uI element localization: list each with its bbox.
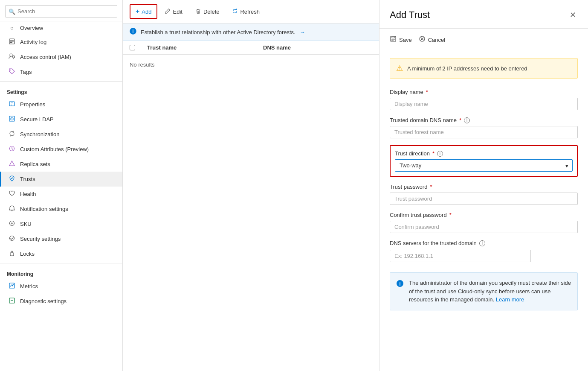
search-icon: 🔍 (9, 8, 15, 15)
info-banner-link[interactable]: → (300, 29, 305, 35)
locks-icon (8, 250, 16, 258)
sidebar-item-secure-ldap[interactable]: Secure LDAP (0, 112, 122, 127)
sidebar-item-label: Overview (20, 25, 43, 31)
close-button[interactable]: ✕ (568, 9, 578, 21)
sidebar-item-notification-settings[interactable]: Notification settings (0, 202, 122, 216)
sidebar-item-metrics[interactable]: Metrics (0, 279, 122, 294)
sidebar-item-label: SKU (20, 221, 32, 227)
panel-title: Add Trust (390, 9, 430, 20)
sidebar-item-label: Health (20, 191, 36, 197)
save-label: Save (399, 37, 412, 43)
display-name-required: * (426, 89, 428, 95)
refresh-label: Refresh (240, 9, 260, 15)
settings-divider (0, 81, 122, 82)
sidebar-item-replica-sets[interactable]: Replica sets (0, 157, 122, 172)
svg-text:i: i (399, 281, 400, 286)
sidebar-item-label: Security settings (20, 236, 61, 242)
sidebar-item-overview[interactable]: ○ Overview (0, 21, 122, 35)
refresh-button[interactable]: Refresh (226, 5, 265, 18)
sidebar-item-diagnostic-settings[interactable]: Diagnostic settings (0, 294, 122, 309)
diagnostic-settings-icon (8, 297, 16, 305)
sidebar-item-health[interactable]: Health (0, 187, 122, 202)
col-trust-header: Trust name (147, 44, 256, 51)
no-results-text: No results (123, 55, 379, 75)
sidebar-item-label: Locks (20, 251, 35, 257)
display-name-input[interactable] (390, 98, 578, 110)
sidebar-item-synchronization[interactable]: Synchronization (0, 127, 122, 142)
add-button[interactable]: + Add (130, 4, 157, 19)
table-header: Trust name DNS name (123, 41, 379, 55)
trust-password-input[interactable] (390, 193, 578, 205)
monitoring-divider (0, 263, 122, 263)
svg-marker-14 (9, 161, 14, 166)
trusted-dns-input[interactable] (390, 126, 578, 138)
sidebar: 🔍 ○ Overview Activity log Access control… (0, 0, 123, 371)
cancel-button[interactable]: Cancel (419, 34, 445, 46)
trust-password-label: Trust password * (390, 184, 578, 190)
sidebar-item-label: Trusts (20, 176, 35, 182)
trust-direction-select[interactable]: Two-wayOne-way: incomingOne-way: outgoin… (395, 159, 573, 172)
svg-point-6 (10, 70, 11, 70)
select-all-checkbox[interactable] (130, 45, 135, 50)
toolbar: + Add Edit Delete Refresh (123, 0, 379, 23)
panel-toolbar: Save Cancel (379, 29, 588, 51)
sidebar-item-activity-log[interactable]: Activity log (0, 35, 122, 50)
edit-button[interactable]: Edit (159, 5, 188, 18)
dns-servers-input[interactable] (390, 250, 531, 262)
secure-ldap-icon (8, 115, 16, 123)
health-icon (8, 190, 16, 198)
add-label: Add (142, 9, 151, 15)
info-banner-icon: i (130, 28, 136, 36)
svg-point-5 (13, 56, 15, 58)
replica-sets-icon (8, 160, 16, 168)
main-content: + Add Edit Delete Refresh i Establish a … (123, 0, 379, 371)
trust-direction-group: Trust direction * i Two-wayOne-way: inco… (390, 145, 578, 177)
sidebar-item-label: Secure LDAP (20, 116, 54, 123)
right-panel: Add Trust ✕ Save Cancel ⚠ A minimum of 2… (379, 0, 588, 371)
dns-servers-label: DNS servers for the trusted domain i (390, 240, 578, 246)
delete-button[interactable]: Delete (190, 5, 225, 18)
learn-more-link[interactable]: Learn more (496, 296, 524, 303)
info-banner: i Establish a trust relationship with ot… (123, 23, 379, 41)
delete-icon (195, 8, 201, 15)
panel-header: Add Trust ✕ (379, 0, 588, 29)
svg-point-16 (10, 236, 14, 241)
tags-icon (8, 68, 16, 76)
search-container: 🔍 (0, 0, 122, 21)
dns-servers-info-icon: i (479, 240, 485, 246)
access-control-icon (8, 53, 16, 61)
metrics-icon (8, 282, 16, 290)
trust-password-group: Trust password * (390, 184, 578, 205)
trust-direction-label: Trust direction * i (395, 150, 573, 157)
info-box-icon: i (396, 279, 404, 291)
delete-label: Delete (203, 9, 220, 15)
add-icon: + (136, 8, 139, 15)
security-settings-icon (8, 235, 16, 243)
monitoring-section-label: Monitoring (0, 265, 122, 279)
sidebar-item-custom-attributes[interactable]: Custom Attributes (Preview) (0, 142, 122, 157)
cancel-label: Cancel (428, 37, 445, 43)
sidebar-item-label: Custom Attributes (Preview) (20, 146, 89, 152)
sidebar-item-security-settings[interactable]: Security settings (0, 231, 122, 246)
svg-text:i: i (133, 29, 134, 34)
confirm-password-input[interactable] (390, 221, 578, 233)
trusted-dns-required: * (459, 117, 461, 123)
sidebar-item-sku[interactable]: SKU (0, 216, 122, 231)
edit-label: Edit (173, 9, 182, 15)
sidebar-item-locks[interactable]: Locks (0, 246, 122, 261)
sidebar-item-label: Notification settings (20, 206, 68, 212)
sidebar-item-properties[interactable]: Properties (0, 97, 122, 112)
search-input[interactable] (5, 5, 117, 18)
sidebar-item-trusts[interactable]: Trusts (0, 172, 122, 187)
dns-servers-group: DNS servers for the trusted domain i (390, 240, 578, 262)
sidebar-item-tags[interactable]: Tags (0, 64, 122, 79)
sidebar-item-label: Properties (20, 101, 45, 108)
edit-icon (165, 8, 171, 15)
info-box-text: The administrator of the domain you spec… (409, 279, 571, 304)
save-button[interactable]: Save (390, 34, 412, 46)
synchronization-icon (8, 130, 16, 138)
sidebar-nav: ○ Overview Activity log Access control (… (0, 21, 122, 371)
sidebar-item-access-control[interactable]: Access control (IAM) (0, 50, 122, 64)
col-dns-header: DNS name (263, 44, 372, 51)
display-name-group: Display name * (390, 89, 578, 110)
